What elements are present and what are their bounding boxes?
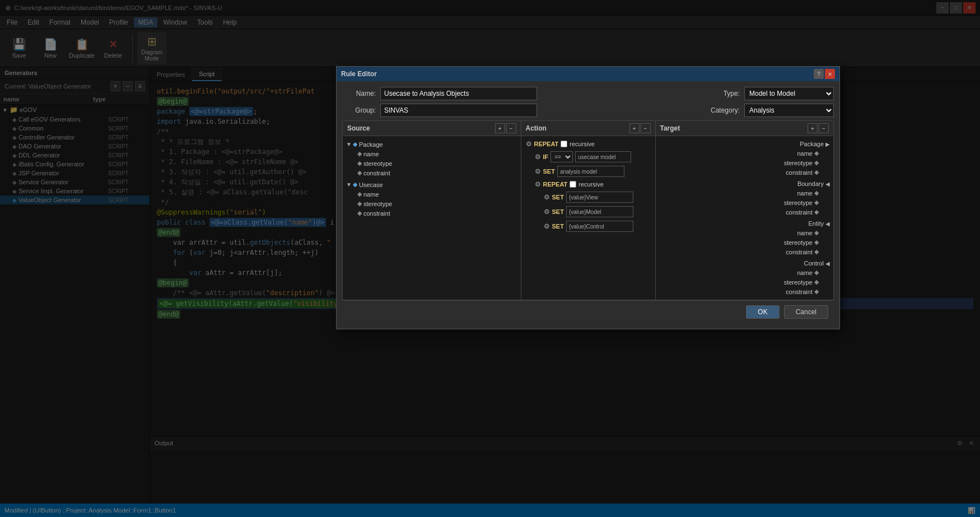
source-pkg-constraint-label: constraint [363,170,390,176]
group-input[interactable] [380,104,537,117]
diamond-icon-2: ◆ [357,160,362,167]
action-gear-if[interactable]: ⚙ [535,153,541,161]
ok-button[interactable]: OK [746,305,779,319]
target-add-button[interactable]: + [808,123,818,133]
source-package-expand: ▼ [346,141,352,147]
dialog-close-button[interactable]: ✕ [825,69,835,79]
source-package-children: ◆ name ◆ stereotype ◆ constraint [346,149,517,178]
target-entity-children: name ◆ stereotype ◆ constraint ◆ [659,228,830,257]
target-bnd-diamond-1: ◆ [814,189,819,197]
target-bnd-diamond-2: ◆ [814,199,819,206]
target-ctrl-stereo: stereotype ◆ [659,277,819,287]
group-label: Group: [342,106,376,114]
target-bnd-stereo: stereotype ◆ [659,198,819,207]
type-label: Type: [717,90,740,97]
action-remove-button[interactable]: − [641,123,651,133]
target-pkg-stereo: stereotype ◆ [659,158,819,167]
if-op-select[interactable]: == != [550,151,573,162]
target-entity-label: Entity [808,220,824,227]
dialog-help-button[interactable]: ? [814,69,824,79]
target-control-row: Control ◀ [659,259,830,268]
action-set-4: ⚙ SET [542,219,653,234]
source-pkg-name-label: name [363,151,379,157]
type-select[interactable]: Model to Model [744,87,834,100]
diamond-icon-3: ◆ [357,169,362,176]
set-input-1[interactable] [557,166,624,177]
target-package-row: Package ▶ [659,139,830,148]
rule-editor-dialog: Rule Editor ? ✕ Name: Type: Model to Mod… [336,66,840,329]
target-ctrl-diamond-3: ◆ [814,288,819,295]
source-package-icon: ◆ [353,141,357,148]
action-controls[interactable]: + − [629,123,651,133]
source-title: Source [347,124,370,132]
target-controls[interactable]: + − [808,123,829,133]
action-gear-set4[interactable]: ⚙ [544,222,550,230]
source-pkg-name: ◆ name [357,149,517,159]
target-pkg-name: name ◆ [659,148,819,158]
action-repeat-label-2: REPEAT [543,181,568,188]
target-entity-arrow: ◀ [825,221,830,227]
action-gear-1[interactable]: ⚙ [526,140,532,148]
action-header: Action + − [521,121,655,136]
source-pkg-constraint: ◆ constraint [357,168,517,178]
target-package-label: Package [800,141,824,147]
set-input-2[interactable] [566,192,633,203]
target-title: Target [660,124,680,132]
target-control-children: name ◆ stereotype ◆ constraint ◆ [659,268,830,296]
diamond-uc-1: ◆ [357,190,362,198]
dialog-controls[interactable]: ? ✕ [814,69,835,79]
target-ent-constraint-label: constraint [786,249,813,255]
set-input-4[interactable] [566,221,633,232]
rule-main-area: Source + − ▼ ◆ Package ◆ [342,120,834,300]
target-package-expand: ▶ [825,141,830,147]
cancel-button[interactable]: Cancel [784,305,828,319]
target-ctrl-stereo-label: stereotype [784,279,813,286]
target-bnd-constraint: constraint ◆ [659,207,819,217]
target-ent-diamond-3: ◆ [814,248,819,255]
target-boundary-children: name ◆ stereotype ◆ constraint ◆ [659,188,830,217]
target-boundary-label: Boundary [797,180,824,187]
diamond-uc-3: ◆ [357,209,362,217]
source-uc-constraint-label: constraint [363,210,390,217]
source-uc-stereotype: ◆ stereotype [357,199,517,208]
action-set-1: ⚙ SET [533,164,653,179]
name-label: Name: [342,90,376,97]
target-remove-button[interactable]: − [819,123,829,133]
target-content: Package ▶ name ◆ stereotype ◆ c [656,136,834,300]
recursive-check-2[interactable] [570,181,576,188]
recursive-label-1: recursive [570,141,595,147]
recursive-label-2: recursive [578,181,604,188]
target-ctrl-diamond-1: ◆ [814,269,819,276]
action-title: Action [526,124,547,132]
action-gear-rep2[interactable]: ⚙ [535,180,541,188]
action-repeat-label-1: REPEAT [534,141,559,147]
source-usecase-row: ▼ ◆ Usecase [346,180,517,189]
set-input-3[interactable] [566,206,633,217]
source-header: Source + − [343,121,521,136]
action-gear-set3[interactable]: ⚙ [544,208,550,216]
source-remove-button[interactable]: − [506,123,516,133]
category-select[interactable]: Analysis [744,104,834,117]
target-bnd-diamond-3: ◆ [814,208,819,216]
action-set-label-2: SET [552,194,564,201]
name-input[interactable] [380,87,537,100]
target-ent-constraint: constraint ◆ [659,247,819,257]
action-content: ⚙ REPEAT recursive ⚙ IF == != [521,136,655,236]
action-gear-set2[interactable]: ⚙ [544,193,550,201]
source-controls[interactable]: + − [495,123,516,133]
target-boundary-arrow: ◀ [825,181,830,187]
action-gear-set1[interactable]: ⚙ [535,167,541,175]
target-ctrl-diamond-2: ◆ [814,278,819,286]
source-panel: Source + − ▼ ◆ Package ◆ [343,121,521,300]
source-add-button[interactable]: + [495,123,505,133]
target-panel: Target + − Package ▶ name ◆ [656,121,834,300]
target-pkg-constraint-label: constraint [786,169,813,176]
target-bnd-name-label: name [797,190,813,197]
if-input[interactable] [575,151,631,162]
target-bnd-name: name ◆ [659,188,819,198]
recursive-check-1[interactable] [561,141,567,147]
target-ctrl-name-label: name [797,269,813,276]
target-ent-diamond-1: ◆ [814,229,819,236]
action-add-button[interactable]: + [629,123,640,133]
action-set-label-1: SET [543,168,555,175]
